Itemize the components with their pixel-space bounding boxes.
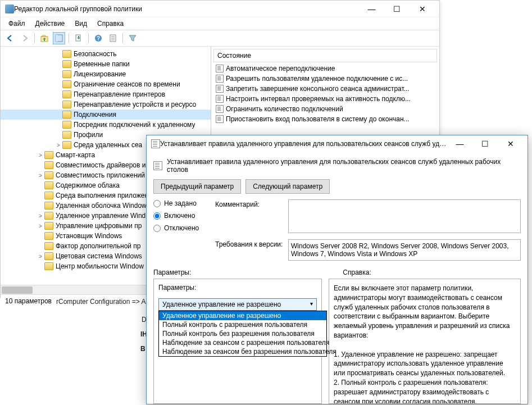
policy-icon [153, 161, 162, 170]
tree-item[interactable]: Ограничение сеансов по времени [1, 79, 211, 89]
tree-item-label: Временные папки [74, 60, 130, 68]
comment-textarea[interactable] [288, 199, 521, 233]
gpedit-icon [5, 4, 14, 13]
dialog-maximize-button[interactable]: ☐ [472, 136, 498, 152]
version-label: Требования к версии: [215, 239, 288, 248]
expand-icon[interactable]: > [37, 152, 44, 158]
svg-text:?: ? [97, 35, 100, 42]
dialog-minimize-button[interactable]: — [447, 136, 472, 152]
folder-icon [44, 202, 53, 210]
dropdown-option[interactable]: Удаленное управление не разрешено [159, 311, 326, 320]
minimize-button[interactable]: — [359, 1, 384, 17]
forward-button[interactable] [19, 32, 31, 44]
folder-icon [44, 262, 53, 270]
tree-item[interactable]: Лицензирование [1, 69, 211, 79]
folder-icon [62, 60, 71, 68]
tree-item[interactable]: Перенаправление принтеров [1, 89, 211, 99]
dialog-close-button[interactable]: ✕ [498, 136, 523, 152]
expand-icon[interactable]: > [37, 223, 44, 229]
toolbar: ? [1, 30, 439, 47]
tree-item-label: Среда выполнения приложен [56, 192, 148, 199]
dialog-header: Устанавливает правила удаленного управле… [147, 152, 528, 179]
tree-item-label: Фактор дополнительной пр [56, 242, 141, 250]
tree-item[interactable]: Подключения [1, 110, 211, 120]
tree-item[interactable]: Перенаправление устройств и ресурсо [1, 99, 211, 110]
help-button[interactable]: ? [92, 32, 104, 44]
close-button[interactable]: ✕ [410, 1, 435, 17]
policy-item[interactable]: Автоматическое переподключение [213, 63, 437, 74]
next-setting-button[interactable]: Следующий параметр [245, 179, 330, 194]
policy-item[interactable]: Ограничить количество подключений [213, 104, 437, 114]
tree-item-label: Удаленная оболочка Window [56, 202, 147, 210]
expand-icon[interactable]: > [37, 213, 44, 219]
folder-icon [62, 111, 71, 119]
show-hide-tree-button[interactable] [53, 32, 65, 44]
dropdown-option[interactable]: Полный контроль с разрешения пользовател… [159, 320, 326, 329]
state-header[interactable]: Состояние [213, 49, 437, 62]
policy-item-label: Запретить завершение консольного сеанса … [226, 85, 410, 93]
tree-item[interactable]: Безопасность [1, 49, 211, 59]
tree-item[interactable]: Временные папки [1, 59, 211, 69]
folder-icon [44, 222, 53, 230]
policy-item-label: Автоматическое переподключение [226, 65, 335, 72]
dropdown-option[interactable]: Наблюдение за сеансом с разрешения польз… [159, 338, 326, 347]
up-button[interactable] [38, 32, 51, 44]
tree-item-label: Содержимое облака [56, 181, 120, 189]
folder-icon [44, 242, 53, 250]
expand-icon[interactable]: > [54, 142, 62, 148]
comment-label: Комментарий: [215, 199, 288, 208]
tree-item-label: Управление цифровыми пр [56, 222, 142, 230]
folder-icon [44, 151, 53, 159]
remote-control-dropdown[interactable]: Удаленное управление не разрешеноПолный … [158, 311, 327, 357]
expand-icon[interactable]: > [37, 172, 44, 179]
menu-view[interactable]: Вид [70, 19, 92, 29]
remote-control-select[interactable]: Удаленное управление не разрешено [158, 298, 317, 311]
policy-item[interactable]: Запретить завершение консольного сеанса … [213, 84, 437, 94]
policy-item-label: Ограничить количество подключений [226, 105, 343, 113]
folder-icon [62, 101, 71, 108]
policy-icon [216, 115, 224, 123]
tree-item-label: Удаленное управление Wind [56, 212, 145, 220]
properties-button[interactable] [107, 32, 119, 44]
dialog-titlebar: Устанавливает правила удаленного управле… [147, 135, 528, 152]
export-button[interactable] [72, 32, 85, 44]
folder-icon [44, 212, 53, 220]
version-text: Windows Server 2008 R2, Windows Server 2… [288, 239, 521, 261]
policy-item[interactable]: Разрешить пользователям удаленное подклю… [213, 74, 437, 84]
radio-enabled[interactable]: Включено [153, 212, 215, 220]
dropdown-option[interactable]: Полный контроль без разрешения пользоват… [159, 329, 326, 338]
tree-item-label: Совместимость приложений [56, 171, 145, 179]
menu-action[interactable]: Действие [31, 19, 70, 29]
help-text: Если вы включаете этот параметр политики… [334, 284, 516, 404]
tree-item-label: Лицензирование [74, 70, 126, 78]
policy-item[interactable]: Настроить интервал проверяемых на активн… [213, 94, 437, 104]
tree-item-label: Центр мобильности Window [56, 262, 144, 270]
policy-icon [216, 105, 224, 113]
expand-icon[interactable]: > [37, 253, 44, 260]
back-button[interactable] [4, 32, 16, 44]
previous-setting-button[interactable]: Предыдущий параметр [153, 179, 241, 194]
policy-icon [216, 95, 224, 103]
filter-button[interactable] [126, 32, 139, 44]
menu-file[interactable]: Файл [4, 19, 30, 29]
menubar: Файл Действие Вид Справка [1, 17, 439, 30]
radio-not-configured[interactable]: Не задано [153, 199, 215, 207]
dialog-header-text: Устанавливает правила удаленного управле… [167, 158, 521, 174]
menu-help[interactable]: Справка [93, 19, 128, 29]
tree-item-label: Цветовая система Windows [56, 252, 142, 260]
folder-icon [62, 121, 71, 129]
tree-item-label: Безопасность [74, 50, 117, 58]
radio-disabled[interactable]: Отключено [153, 224, 215, 232]
policy-item[interactable]: Приостановить вход пользователя в систем… [213, 114, 437, 124]
tree-item-label: Перенаправление принтеров [74, 90, 165, 98]
folder-icon [62, 80, 71, 88]
policy-icon [216, 75, 224, 83]
tree-item-label: Смарт-карта [56, 151, 95, 159]
tree-item-label: Совместимость драйверов и [56, 161, 145, 169]
folder-icon [44, 252, 53, 260]
dropdown-option[interactable]: Наблюдение за сеансом без разрешения пол… [159, 347, 326, 356]
maximize-button[interactable]: ☐ [384, 1, 410, 17]
parameters-label: Параметры: [153, 269, 191, 276]
tree-item-label: Подключения [74, 111, 116, 119]
tree-item[interactable]: Посредник подключений к удаленному [1, 120, 211, 130]
